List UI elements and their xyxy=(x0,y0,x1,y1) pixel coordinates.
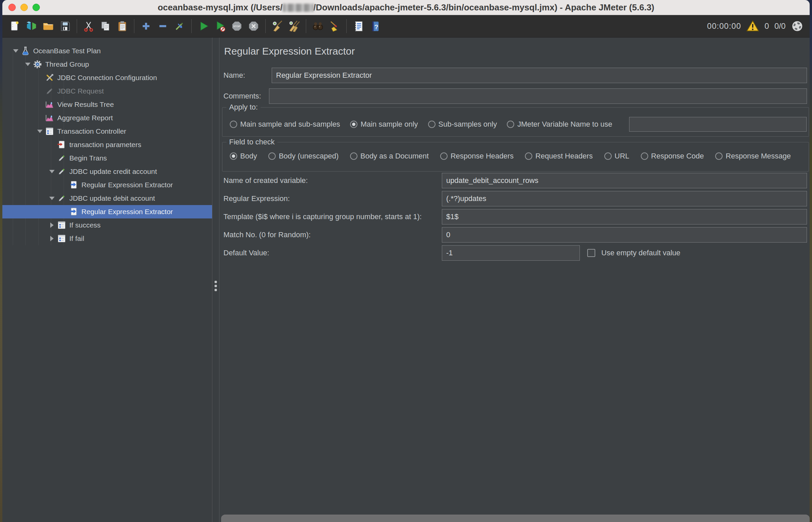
expand-add-button[interactable] xyxy=(138,17,154,35)
clear-all-button[interactable] xyxy=(286,17,302,35)
clear-search-button[interactable] xyxy=(327,17,342,35)
function-helper-button[interactable] xyxy=(351,17,366,35)
radio-circle[interactable] xyxy=(440,153,448,160)
tree-item-regex-extractor-debit-selected[interactable]: Regular Expression Extractor xyxy=(2,205,212,218)
default-value-input[interactable] xyxy=(442,245,580,261)
clear-button[interactable] xyxy=(270,17,285,35)
arrow-down-icon xyxy=(49,170,55,173)
template-input[interactable] xyxy=(442,209,807,224)
expand-collapse-arrow[interactable] xyxy=(47,170,57,173)
copy-button[interactable] xyxy=(98,17,113,35)
radio-jmeter-variable-name[interactable]: JMeter Variable Name to use xyxy=(507,120,612,129)
expand-collapse-arrow[interactable] xyxy=(47,236,57,241)
paste-button[interactable] xyxy=(115,17,130,35)
expand-collapse-arrow[interactable] xyxy=(47,197,57,200)
tree-item-oceanbase-test-plan[interactable]: OceanBase Test Plan xyxy=(2,44,212,58)
postprocessor-page-icon xyxy=(69,180,78,189)
toolbar-separator xyxy=(306,19,306,33)
tree-item-aggregate-report[interactable]: Aggregate Report xyxy=(2,111,212,125)
split-divider[interactable] xyxy=(212,38,219,522)
tree-item-begin-trans[interactable]: Begin Trans xyxy=(2,152,212,165)
toggle-edit-button[interactable] xyxy=(172,17,187,35)
regular-expression-input[interactable] xyxy=(442,191,807,206)
radio-body-as-document[interactable]: Body as a Document xyxy=(350,152,429,160)
horizontal-scrollbar[interactable] xyxy=(221,515,810,522)
expand-collapse-arrow[interactable] xyxy=(11,49,21,53)
radio-circle[interactable] xyxy=(268,153,276,160)
tree-item-jdbc-update-credit-account[interactable]: JDBC update credit account xyxy=(2,165,212,178)
tree-item-view-results-tree[interactable]: View Results Tree xyxy=(2,98,212,111)
sampler-pencil-icon xyxy=(57,167,66,176)
radio-circle[interactable] xyxy=(428,121,435,128)
radio-response-message[interactable]: Response Message xyxy=(715,152,791,160)
sampler-pencil-icon xyxy=(57,194,66,203)
radio-body-unescaped[interactable]: Body (unescaped) xyxy=(268,152,339,160)
plus-icon xyxy=(140,20,152,32)
collapse-remove-button[interactable] xyxy=(155,17,170,35)
regular-expression-label: Regular Expression: xyxy=(223,191,290,206)
radio-body[interactable]: Body xyxy=(230,152,257,160)
radio-subsamples-only[interactable]: Sub-samples only xyxy=(428,120,497,129)
help-book-icon xyxy=(369,20,381,32)
radio-circle[interactable] xyxy=(507,121,514,128)
radio-circle-selected[interactable] xyxy=(230,153,237,160)
expand-collapse-arrow[interactable] xyxy=(35,130,45,133)
radio-response-headers[interactable]: Response Headers xyxy=(440,152,513,160)
sampler-pencil-icon xyxy=(45,86,54,96)
radio-circle[interactable] xyxy=(715,153,723,160)
radio-circle-selected[interactable] xyxy=(350,121,358,128)
match-no-input[interactable] xyxy=(442,227,807,243)
save-button[interactable] xyxy=(57,17,73,35)
tree-item-jdbc-connection-configuration[interactable]: JDBC Connection Configuration xyxy=(2,71,212,84)
page-title: Regular Expression Extractor xyxy=(224,45,355,57)
radio-circle[interactable] xyxy=(230,121,237,128)
name-input[interactable] xyxy=(272,68,807,83)
start-button[interactable] xyxy=(196,17,211,35)
binoculars-icon xyxy=(312,20,324,32)
stop-button[interactable] xyxy=(229,17,245,35)
templates-button[interactable] xyxy=(24,17,39,35)
search-button[interactable] xyxy=(310,17,326,35)
help-button[interactable] xyxy=(367,17,383,35)
radio-circle[interactable] xyxy=(350,153,358,160)
radio-circle[interactable] xyxy=(604,153,612,160)
tree-item-regex-extractor-credit[interactable]: Regular Expression Extractor xyxy=(2,178,212,192)
expand-collapse-arrow[interactable] xyxy=(23,63,33,66)
created-variable-input[interactable] xyxy=(442,173,807,188)
open-file-button[interactable] xyxy=(41,17,56,35)
jmeter-window: oceanbase-mysql.jmx (/Users//Downloads/a… xyxy=(2,0,810,522)
radio-response-code[interactable]: Response Code xyxy=(641,152,704,160)
elapsed-timer: 00:00:00 xyxy=(707,21,741,31)
tree-item-if-fail[interactable]: If fail xyxy=(2,232,212,245)
radio-circle[interactable] xyxy=(525,153,532,160)
tree-item-if-success[interactable]: If success xyxy=(2,218,212,232)
tree-item-jdbc-update-debit-account[interactable]: JDBC update debit account xyxy=(2,192,212,205)
radio-request-headers[interactable]: Request Headers xyxy=(525,152,593,160)
radio-main-sample-only[interactable]: Main sample only xyxy=(350,120,418,129)
sampler-pencil-icon xyxy=(57,154,66,163)
cut-button[interactable] xyxy=(81,17,97,35)
tree-item-transaction-controller[interactable]: Transaction Controller xyxy=(2,125,212,138)
new-file-icon xyxy=(9,20,21,32)
radio-circle[interactable] xyxy=(641,153,648,160)
expand-collapse-arrow[interactable] xyxy=(47,222,57,228)
divider-grip-handle[interactable] xyxy=(215,281,217,291)
arrow-down-icon xyxy=(13,49,18,53)
radio-url[interactable]: URL xyxy=(604,152,629,160)
shutdown-button[interactable] xyxy=(246,17,261,35)
toolbar-separator xyxy=(191,19,191,33)
use-empty-default-checkbox[interactable] xyxy=(587,249,595,257)
radio-main-sample-and-subsamples[interactable]: Main sample and sub-samples xyxy=(230,120,340,129)
tree-item-thread-group[interactable]: Thread Group xyxy=(2,58,212,71)
match-no-label: Match No. (0 for Random): xyxy=(223,227,310,243)
tree-item-transaction-parameters[interactable]: transaction parameters xyxy=(2,138,212,152)
toolbar-separator xyxy=(265,19,266,33)
tree-item-jdbc-request-disabled[interactable]: JDBC Request xyxy=(2,84,212,98)
arrow-down-icon xyxy=(49,197,55,200)
toolbar: 00:00:00 0 0/0 xyxy=(2,15,810,38)
log-warning-icon[interactable] xyxy=(746,20,759,33)
jmeter-variable-name-input[interactable] xyxy=(629,117,807,132)
start-no-timers-button[interactable] xyxy=(212,17,228,35)
new-file-button[interactable] xyxy=(7,17,22,35)
comments-input[interactable] xyxy=(269,88,807,104)
